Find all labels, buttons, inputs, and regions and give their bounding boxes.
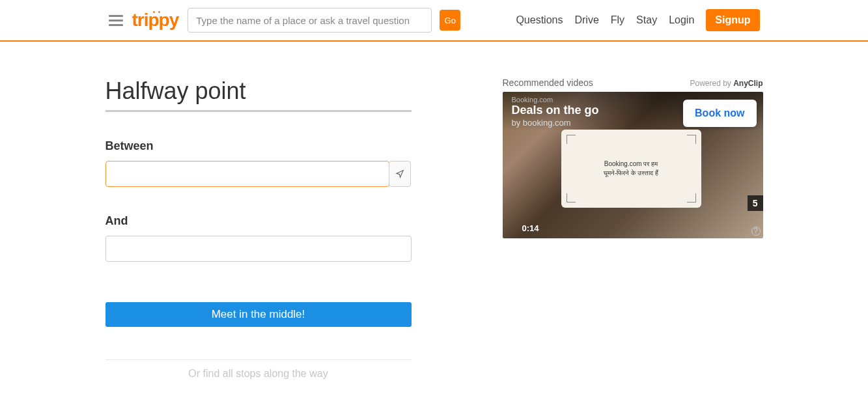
page-title: Halfway point (105, 77, 412, 105)
between-input[interactable] (105, 161, 389, 187)
book-now-button[interactable]: Book now (683, 100, 756, 127)
location-arrow-icon (395, 169, 404, 178)
video-frame-text: Booking.com पर हम घूमने-फिरने के उस्ताद … (604, 160, 658, 178)
nav-questions[interactable]: Questions (516, 14, 563, 26)
header: trippy Go Questions Drive Fly Stay Login… (109, 0, 760, 40)
video-source-label: Booking.com (512, 96, 553, 104)
nav-login[interactable]: Login (669, 14, 694, 26)
search-input[interactable] (188, 8, 432, 33)
title-underline (105, 110, 412, 112)
and-label: And (105, 214, 412, 228)
between-input-row (105, 161, 412, 187)
and-input-row (105, 236, 412, 262)
and-input[interactable] (105, 236, 412, 262)
logo[interactable]: trippy (132, 10, 179, 31)
video-timestamp: 0:14 (522, 223, 539, 233)
sidebar: Recommended videos Powered by AnyClip Bo… (503, 77, 763, 380)
go-button[interactable]: Go (440, 10, 460, 31)
section-divider (105, 359, 412, 360)
main-form: Halfway point Between And Meet in the mi… (105, 77, 412, 380)
locate-button[interactable] (389, 161, 411, 187)
video-content-frame: Booking.com पर हम घूमने-फिरने के उस्ताद … (561, 130, 701, 208)
video-subtitle: by booking.com (512, 118, 571, 128)
video-count-badge: 5 (748, 195, 763, 211)
nav-drive[interactable]: Drive (574, 14, 598, 26)
nav-fly[interactable]: Fly (611, 14, 624, 26)
video-card[interactable]: Booking.com Deals on the go by booking.c… (503, 92, 763, 238)
content: Halfway point Between And Meet in the mi… (92, 42, 776, 380)
between-label: Between (105, 139, 412, 153)
video-help-icon[interactable]: ? (751, 227, 761, 236)
nav-stay[interactable]: Stay (636, 14, 657, 26)
meet-middle-button[interactable]: Meet in the middle! (105, 302, 412, 327)
find-stops-link[interactable]: Or find all stops along the way (105, 368, 412, 380)
recommended-header: Recommended videos Powered by AnyClip (503, 77, 763, 88)
hamburger-menu-icon[interactable] (109, 15, 123, 26)
video-title: Deals on the go (512, 104, 599, 117)
recommended-label: Recommended videos (503, 77, 593, 88)
powered-by: Powered by AnyClip (690, 79, 763, 88)
search-wrap: Go (188, 8, 460, 33)
nav: Questions Drive Fly Stay Login Signup (516, 9, 759, 31)
signup-button[interactable]: Signup (706, 9, 759, 31)
